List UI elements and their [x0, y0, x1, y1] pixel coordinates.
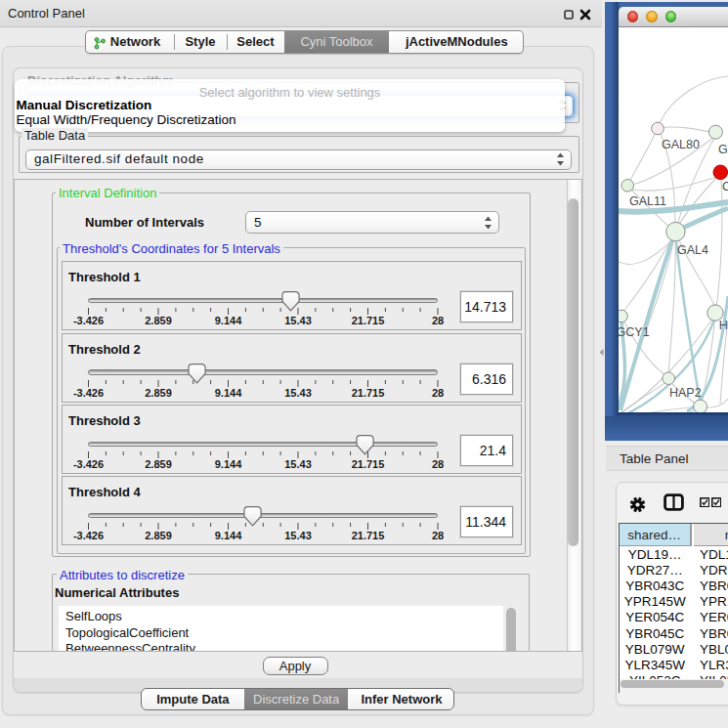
- svg-text:H: H: [719, 319, 728, 332]
- svg-text:GCY1: GCY1: [619, 325, 650, 339]
- svg-text:GAL11: GAL11: [629, 194, 666, 208]
- svg-text:GAL80: GAL80: [662, 138, 700, 151]
- svg-text:C: C: [722, 179, 728, 193]
- svg-text:HAP2: HAP2: [669, 386, 702, 400]
- svg-text:GA: GA: [718, 143, 728, 156]
- svg-text:GAL4: GAL4: [677, 243, 708, 257]
